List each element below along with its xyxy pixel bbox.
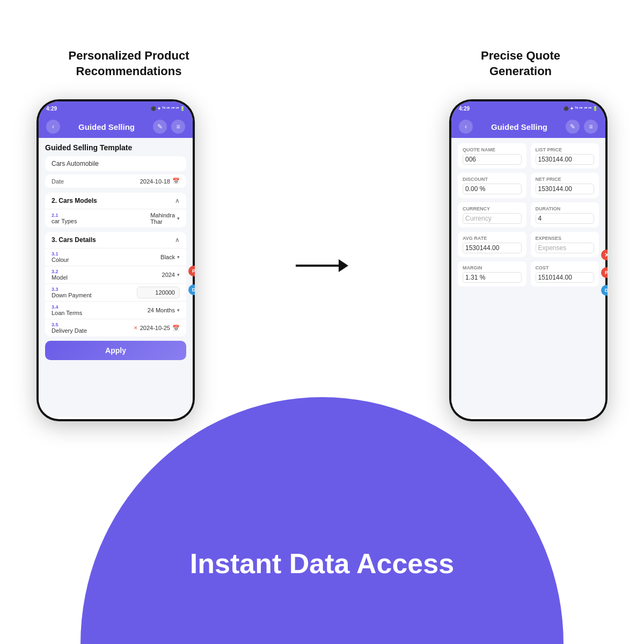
quote-input-net-price[interactable] [536,184,595,194]
quote-label-expenses: EXPENSES [536,236,595,241]
field-value-3-4[interactable]: 24 Months ▾ [148,307,180,313]
field-down-payment: 3.3 Down Payment 120000 [45,283,186,301]
quote-field-margin: MARGIN [458,261,526,287]
quote-label-currency: CURRENCY [463,206,522,211]
quote-input-cost[interactable] [536,272,595,283]
field-colour: 3.1 Colour Black ▾ [45,248,186,266]
left-template-title: Guided Selling Template [45,143,186,152]
field-model: 3.2 Model 2024 ▾ [45,266,186,283]
field-num-3-3: 3.3 [52,287,137,292]
quote-field-cost: COST [531,261,599,287]
field-num-3-4: 3.4 [52,304,148,310]
date-row: Date 2024-10-18 📅 [45,174,186,188]
quote-field-duration: DURATION [531,202,599,228]
arrow-line [296,265,339,267]
right-section-title: Precise Quote Generation [456,48,585,79]
field-value-3-5[interactable]: ✕ 2024-10-25 📅 [134,325,180,332]
right-status-icons: ⚫ ✦ ᵀᵉ ᵛᵒ ᵛᵒ ᵛᵒ 🔋 [564,106,598,111]
right-back-button[interactable]: ‹ [459,120,473,134]
left-section-title: Personalized Product Recommendations [59,48,199,79]
quote-input-duration[interactable] [536,213,595,224]
right-phone-inner: 4:29 ⚫ ✦ ᵀᵉ ᵛᵒ ᵛᵒ ᵛᵒ 🔋 ‹ Guided Selling … [451,101,605,419]
bottom-decoration [80,397,564,644]
field-label-3-4: Loan Terms [52,310,148,316]
field-loan-terms: 3.4 Loan Terms 24 Months ▾ [45,301,186,319]
quote-input-margin[interactable] [463,272,522,283]
field-car-types: 2.1 car Types MahindraThar ▾ [45,209,186,228]
section-3-block: 3. Cars Details ∧ 3.1 Colour Black ▾ [45,232,186,336]
quote-label-discount: DISCOUNT [463,177,522,182]
left-back-button[interactable]: ‹ [46,120,60,134]
right-phone: 4:29 ⚫ ✦ ᵀᵉ ᵛᵒ ᵛᵒ ᵛᵒ 🔋 ‹ Guided Selling … [449,99,608,421]
quote-field-expenses: EXPENSES [531,232,599,257]
apply-button[interactable]: Apply [45,341,186,360]
quote-field-avg-rate: AVG RATE [458,232,526,257]
right-time: 4:29 [459,106,470,112]
right-edit-icon[interactable]: ✎ [566,120,580,134]
section-2-chevron: ∧ [175,197,180,204]
section-2-title: 2. Cars Models [52,197,97,204]
quote-field-list-price: LIST PRICE [531,143,599,169]
quote-input-discount[interactable] [463,184,522,194]
field-label-3-1: Colour [52,257,160,263]
quote-label-avg-rate: AVG RATE [463,236,522,241]
field-num-3-2: 3.2 [52,269,162,274]
right-clipboard-icon[interactable]: ≡ [584,120,598,134]
quote-label-cost: COST [536,265,595,270]
date-value: 2024-10-18 📅 [140,178,180,185]
section-3-chevron: ∧ [175,236,180,244]
arrow [295,258,349,274]
right-header-title: Guided Selling [491,122,547,131]
left-edit-icon[interactable]: ✎ [153,120,167,134]
calendar-icon[interactable]: 📅 [172,178,180,185]
left-clipboard-icon[interactable]: ≡ [171,120,185,134]
field-num-3-5: 3.5 [52,322,134,327]
left-header-icons: ✎ ≡ [153,120,185,134]
dropdown-arrow-3-2: ▾ [177,272,180,277]
left-status-icons: ⚫ ✦ ᵀᵉ ᵛᵒ ᵛᵒ ᵛᵒ 🔋 [151,106,185,111]
quote-field-name: QUOTE Name [458,143,526,169]
quote-grid: QUOTE Name LIST PRICE DISCOUNT [458,143,599,287]
quote-label-net-price: NET PRICE [536,177,595,182]
quote-field-net-price: NET PRICE [531,173,599,198]
date-block: Date 2024-10-18 📅 [45,174,186,188]
field-label-3-5: Delivery Date [52,327,134,334]
right-status-bar: 4:29 ⚫ ✦ ᵀᵉ ᵛᵒ ᵛᵒ ᵛᵒ 🔋 [451,101,605,115]
quote-input-avg-rate[interactable] [463,243,522,253]
delivery-x-icon[interactable]: ✕ [134,325,138,331]
dropdown-arrow-3-1: ▾ [177,254,180,260]
quote-input-list-price[interactable] [536,154,595,165]
cars-auto-block: Cars Automobile [45,156,186,171]
field-value-3-1[interactable]: Black ▾ [160,254,180,260]
quote-input-currency[interactable] [463,213,522,224]
field-label-2-1: car Types [52,218,150,224]
left-header-title: Guided Selling [78,122,135,131]
quote-label-margin: MARGIN [463,265,522,270]
delivery-calendar-icon[interactable]: 📅 [172,325,180,332]
quote-label-list-price: LIST PRICE [536,147,595,152]
date-label: Date [52,178,64,185]
field-value-2-1[interactable]: MahindraThar ▾ [150,212,180,225]
right-header-icons: ✎ ≡ [566,120,598,134]
right-app-header: ‹ Guided Selling ✎ ≡ [451,115,605,138]
left-phone-inner: 4:29 ⚫ ✦ ᵀᵉ ᵛᵒ ᵛᵒ ᵛᵒ 🔋 ‹ Guided Selling … [39,101,193,419]
arrow-head [339,259,348,272]
field-value-3-2[interactable]: 2024 ▾ [162,272,180,278]
quote-field-currency: CURRENCY [458,202,526,228]
bottom-title: Instant Data Access [190,547,454,580]
right-quote-content: QUOTE Name LIST PRICE DISCOUNT [451,138,605,417]
section-2-header[interactable]: 2. Cars Models ∧ [45,193,186,209]
left-app-header: ‹ Guided Selling ✎ ≡ [39,115,193,138]
section-3-header[interactable]: 3. Cars Details ∧ [45,232,186,248]
field-num-3-1: 3.1 [52,251,160,257]
quote-input-name[interactable] [463,154,522,165]
section-3-title: 3. Cars Details [52,236,96,244]
field-label-3-2: Model [52,274,162,281]
quote-input-expenses[interactable] [536,243,595,253]
quote-field-discount: DISCOUNT [458,173,526,198]
quote-label-duration: DURATION [536,206,595,211]
left-time: 4:29 [46,106,57,112]
left-phone: 4:29 ⚫ ✦ ᵀᵉ ᵛᵒ ᵛᵒ ᵛᵒ 🔋 ‹ Guided Selling … [36,99,195,421]
field-delivery-date: 3.5 Delivery Date ✕ 2024-10-25 📅 [45,319,186,336]
field-value-3-3[interactable]: 120000 [137,287,180,298]
